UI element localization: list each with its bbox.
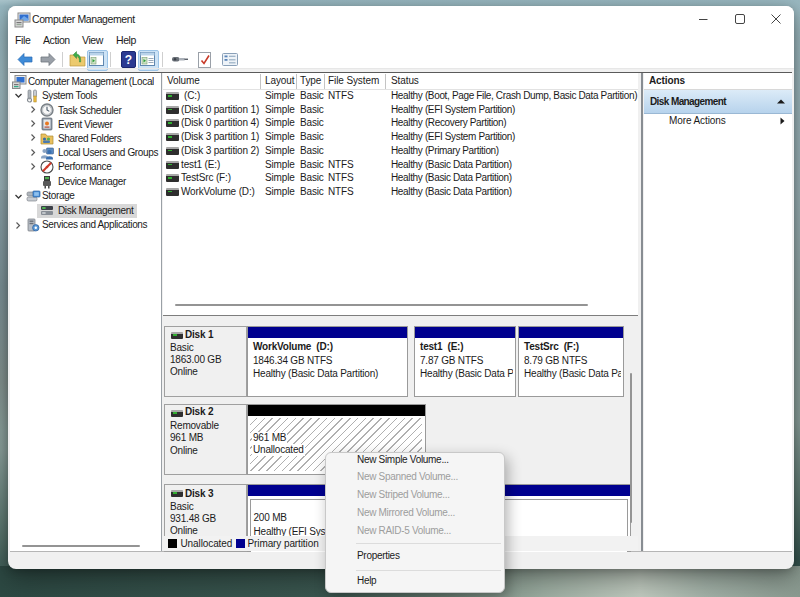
svg-text:?: ? bbox=[125, 53, 132, 67]
